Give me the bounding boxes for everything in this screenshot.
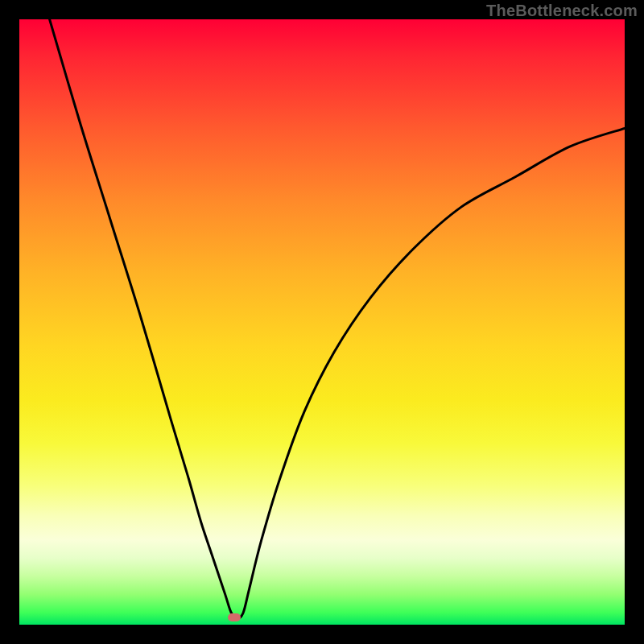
watermark-text: TheBottleneck.com [486, 2, 638, 20]
bottleneck-curve [19, 19, 625, 625]
optimal-point-marker [228, 613, 241, 621]
chart-plot-area [19, 19, 625, 625]
